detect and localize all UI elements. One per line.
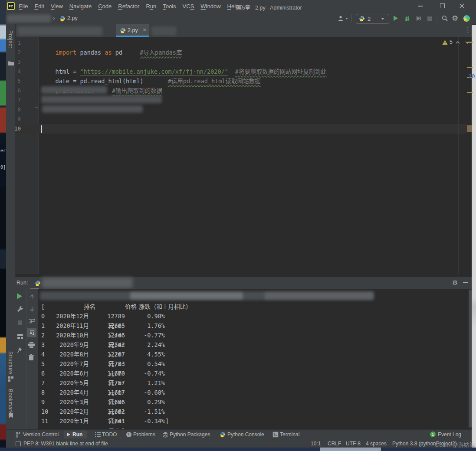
warning-stripe-mark[interactable] [467,92,473,93]
clear-all-trash-icon[interactable] [29,354,34,360]
warning-stripe-mark[interactable] [467,42,473,43]
toolbar-separator [351,14,352,22]
censored-tab[interactable] [151,26,177,36]
tab-close-icon[interactable]: × [143,26,146,33]
run-panel-hide-icon[interactable] [463,282,468,283]
censored-code-line [42,105,143,113]
toolwindow-run[interactable]: Run [64,431,87,438]
rerun-button[interactable] [17,293,22,299]
menu-edit[interactable]: Edit [31,3,47,10]
menu-vcs[interactable]: VCS [179,3,197,10]
stop-icon[interactable] [427,16,432,21]
code-line-4[interactable]: date = pd.read_html(html)#运用pd.read_html… [41,67,260,76]
python-logo-icon [359,16,365,22]
down-stack-trace-icon[interactable] [30,306,35,312]
code-token: import [56,49,77,56]
code-token: pd [112,49,122,56]
run-panel-gear-icon[interactable]: ⚙ [452,279,458,287]
censored-tab[interactable] [17,26,102,36]
search-icon[interactable] [442,15,448,22]
pycharm-logo: PC [7,2,15,10]
status-item[interactable]: UTF-8 [346,441,361,447]
tab-label: 2.py [128,27,138,33]
code-line-5[interactable]: print(date)#输出爬取到的数据 [41,76,162,86]
toolwindow-todo[interactable]: TODO [102,431,117,438]
output-row: 102020年2月11662元/m²-1.51% [38,407,472,416]
breadcrumb-file[interactable]: 2.py [67,15,78,21]
python-file-icon [120,27,126,33]
structure-icon[interactable] [8,376,13,382]
run-settings-wrench-icon[interactable] [17,306,23,312]
run-with-coverage-icon[interactable] [416,16,421,21]
line-number: 2 [9,48,21,57]
print-icon[interactable] [28,342,35,348]
run-button[interactable] [394,16,398,21]
menu-navigate[interactable]: Navigate [66,3,95,10]
code-line-1[interactable]: import pandas as pd#导入pandas库 [41,38,182,48]
breadcrumb-separator: › [53,15,55,22]
debug-icon[interactable] [404,15,410,22]
censored-run-tab[interactable] [42,278,133,288]
run-panel-label: Run: [16,280,28,286]
status-item[interactable]: 10:1 [311,441,321,447]
users-dropdown-icon[interactable] [345,18,348,20]
restore-layout-icon[interactable] [17,334,23,339]
toolwindow-run-label: Run [72,431,82,438]
desktop-text-fragment: 0] [0,165,6,170]
output-header-price: 价格 [125,302,137,311]
maximize-button[interactable] [440,3,445,8]
menu-run[interactable]: Run [143,3,160,10]
settings-gear-icon[interactable]: ⚙ [452,14,458,23]
statusbar-window-icon[interactable] [16,441,21,446]
output-row: 92020年3月11696元/m²0.29% [38,397,472,407]
status-item[interactable]: CRLF [328,441,341,447]
menu-file[interactable]: File [16,3,31,10]
caret-stripe-mark[interactable] [467,125,472,132]
toolwindow-event-log[interactable]: Event Log [438,431,461,438]
toolwindow-version-control[interactable]: Version Control [23,431,59,438]
status-item[interactable]: 4 spaces [366,441,387,447]
output-row: 12020年11月12665元/m²1.76% [38,321,472,330]
toolwindow-python-packages[interactable]: Python Packages [170,431,210,438]
run-config-select[interactable]: 2 [356,14,389,24]
menu-code[interactable]: Code [95,3,115,10]
inspection-warning-icon[interactable] [442,40,448,45]
output-row: 32020年9月12542元/m²2.24% [38,340,472,350]
fold-marker[interactable] [35,107,38,111]
inspection-warning-count[interactable]: 5 [450,39,453,45]
menu-refactor[interactable]: Refactor [115,3,143,10]
run-toolwindow-icon [67,433,70,436]
code-line-3[interactable]: html = "https://mobile.anjuke.com/xf/fj-… [41,57,326,67]
up-stack-trace-icon[interactable] [30,294,35,300]
toolwindow-problems[interactable]: Problems [133,431,155,438]
console-scrollbar[interactable] [469,290,472,428]
output-row: 02020年12月12789元/m²0.98% [38,311,472,321]
pin-icon[interactable] [17,347,23,353]
output-row: 112020年1月11841元/m²-0.34%] [38,416,472,426]
warning-stripe-mark[interactable] [467,67,473,68]
current-line-highlight [15,124,467,134]
users-icon[interactable] [338,16,345,21]
tab-options-kebab-icon[interactable]: ⋮ [465,26,471,34]
sidebar-item-structure[interactable]: Structure [7,351,13,374]
toolwindow-terminal[interactable]: Terminal [280,431,299,438]
console-output[interactable]: [ 排名 价格 涨跌（和上月相比） 02020年12月12789元/m²0.98… [38,289,472,429]
minimize-button[interactable] [418,6,423,7]
tool-window-bar: Version Control Run TODO Problems Python… [6,429,472,439]
soft-wrap-icon[interactable] [28,318,35,324]
bookmark-icon[interactable] [9,413,13,418]
censored-breadcrumb[interactable] [7,14,51,23]
toolbar-separator [437,14,437,22]
tab-2py[interactable]: 2.py × [116,24,149,37]
prev-problem-chevron-icon[interactable] [456,41,460,44]
desktop-taskbar-highlight [320,448,381,451]
scroll-to-end-button[interactable] [27,328,36,337]
ide-features-icon[interactable] [463,15,470,22]
stop-button[interactable] [18,320,22,325]
menu-window[interactable]: Window [197,3,224,10]
menu-view[interactable]: View [47,3,66,10]
status-message[interactable]: PEP 8: W391 blank line at end of file [23,441,108,447]
toolwindow-python-console[interactable]: Python Console [227,431,264,438]
menu-tools[interactable]: Tools [160,3,179,10]
close-button[interactable] [460,3,464,8]
